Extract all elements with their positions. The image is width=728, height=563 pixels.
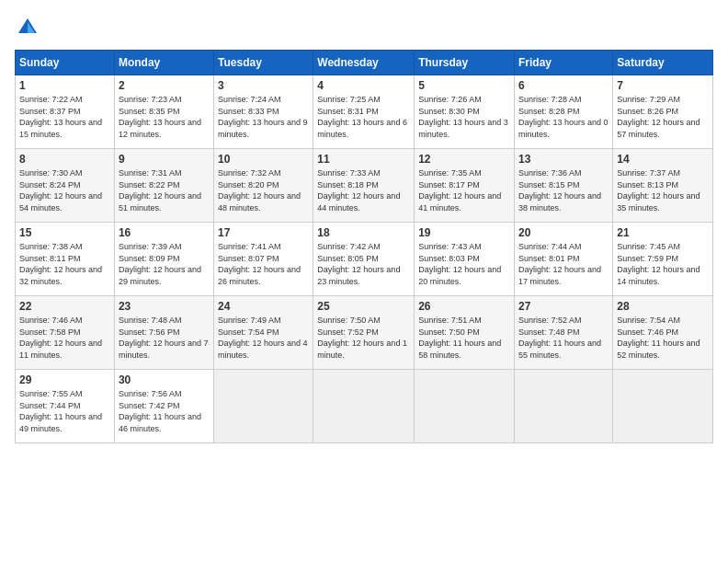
day-number: 12: [418, 153, 510, 166]
calendar-cell: 12Sunrise: 7:35 AM Sunset: 8:17 PM Dayli…: [415, 149, 515, 223]
day-info: Sunrise: 7:45 AM Sunset: 7:59 PM Dayligh…: [617, 241, 709, 287]
day-number: 2: [119, 79, 210, 92]
calendar-week-row: 22Sunrise: 7:46 AM Sunset: 7:58 PM Dayli…: [16, 296, 713, 370]
calendar-week-row: 29Sunrise: 7:55 AM Sunset: 7:44 PM Dayli…: [16, 370, 713, 443]
day-info: Sunrise: 7:36 AM Sunset: 8:15 PM Dayligh…: [518, 167, 609, 213]
calendar-cell: 3Sunrise: 7:24 AM Sunset: 8:33 PM Daylig…: [214, 75, 313, 149]
day-info: Sunrise: 7:38 AM Sunset: 8:11 PM Dayligh…: [19, 241, 110, 287]
day-number: 15: [19, 226, 110, 239]
day-number: 8: [19, 153, 110, 166]
calendar-table: SundayMondayTuesdayWednesdayThursdayFrid…: [15, 50, 713, 443]
calendar-cell: 15Sunrise: 7:38 AM Sunset: 8:11 PM Dayli…: [16, 223, 115, 296]
day-info: Sunrise: 7:32 AM Sunset: 8:20 PM Dayligh…: [218, 167, 309, 213]
day-info: Sunrise: 7:22 AM Sunset: 8:37 PM Dayligh…: [19, 94, 110, 140]
day-number: 6: [518, 79, 609, 92]
logo-icon: [15, 15, 40, 40]
weekday-header-cell: Sunday: [16, 51, 115, 75]
day-number: 11: [317, 153, 410, 166]
weekday-header-cell: Thursday: [415, 51, 515, 75]
day-info: Sunrise: 7:56 AM Sunset: 7:42 PM Dayligh…: [119, 388, 210, 434]
calendar-cell: 19Sunrise: 7:43 AM Sunset: 8:03 PM Dayli…: [415, 223, 515, 296]
day-info: Sunrise: 7:42 AM Sunset: 8:05 PM Dayligh…: [317, 241, 410, 287]
day-info: Sunrise: 7:52 AM Sunset: 7:48 PM Dayligh…: [518, 315, 609, 361]
weekday-header-row: SundayMondayTuesdayWednesdayThursdayFrid…: [16, 51, 713, 75]
calendar-week-row: 8Sunrise: 7:30 AM Sunset: 8:24 PM Daylig…: [16, 149, 713, 223]
day-number: 13: [518, 153, 609, 166]
calendar-cell: 17Sunrise: 7:41 AM Sunset: 8:07 PM Dayli…: [214, 223, 313, 296]
day-info: Sunrise: 7:51 AM Sunset: 7:50 PM Dayligh…: [418, 315, 510, 361]
day-number: 14: [617, 153, 709, 166]
calendar-cell: 22Sunrise: 7:46 AM Sunset: 7:58 PM Dayli…: [16, 296, 115, 370]
calendar-cell: 11Sunrise: 7:33 AM Sunset: 8:18 PM Dayli…: [313, 149, 415, 223]
day-info: Sunrise: 7:46 AM Sunset: 7:58 PM Dayligh…: [19, 315, 110, 361]
calendar-cell: 13Sunrise: 7:36 AM Sunset: 8:15 PM Dayli…: [515, 149, 613, 223]
day-number: 19: [418, 226, 510, 239]
page-header: [15, 15, 713, 40]
day-info: Sunrise: 7:50 AM Sunset: 7:52 PM Dayligh…: [317, 315, 410, 361]
calendar-cell: 30Sunrise: 7:56 AM Sunset: 7:42 PM Dayli…: [114, 370, 213, 443]
day-number: 26: [418, 300, 510, 313]
day-number: 9: [119, 153, 210, 166]
calendar-cell: 25Sunrise: 7:50 AM Sunset: 7:52 PM Dayli…: [313, 296, 415, 370]
logo: [15, 15, 44, 40]
calendar-cell: 7Sunrise: 7:29 AM Sunset: 8:26 PM Daylig…: [613, 75, 713, 149]
day-info: Sunrise: 7:37 AM Sunset: 8:13 PM Dayligh…: [617, 167, 709, 213]
calendar-cell: [214, 370, 313, 443]
day-number: 29: [19, 373, 110, 386]
calendar-week-row: 15Sunrise: 7:38 AM Sunset: 8:11 PM Dayli…: [16, 223, 713, 296]
calendar-cell: 21Sunrise: 7:45 AM Sunset: 7:59 PM Dayli…: [613, 223, 713, 296]
day-info: Sunrise: 7:29 AM Sunset: 8:26 PM Dayligh…: [617, 94, 709, 140]
day-number: 4: [317, 79, 410, 92]
day-info: Sunrise: 7:49 AM Sunset: 7:54 PM Dayligh…: [218, 315, 309, 361]
calendar-cell: [313, 370, 415, 443]
day-info: Sunrise: 7:23 AM Sunset: 8:35 PM Dayligh…: [119, 94, 210, 140]
calendar-cell: 23Sunrise: 7:48 AM Sunset: 7:56 PM Dayli…: [114, 296, 213, 370]
calendar-cell: 14Sunrise: 7:37 AM Sunset: 8:13 PM Dayli…: [613, 149, 713, 223]
day-info: Sunrise: 7:41 AM Sunset: 8:07 PM Dayligh…: [218, 241, 309, 287]
calendar-cell: 2Sunrise: 7:23 AM Sunset: 8:35 PM Daylig…: [114, 75, 213, 149]
calendar-cell: 29Sunrise: 7:55 AM Sunset: 7:44 PM Dayli…: [16, 370, 115, 443]
calendar-cell: 18Sunrise: 7:42 AM Sunset: 8:05 PM Dayli…: [313, 223, 415, 296]
day-number: 3: [218, 79, 309, 92]
day-info: Sunrise: 7:54 AM Sunset: 7:46 PM Dayligh…: [617, 315, 709, 361]
calendar-cell: [415, 370, 515, 443]
day-number: 25: [317, 300, 410, 313]
day-info: Sunrise: 7:26 AM Sunset: 8:30 PM Dayligh…: [418, 94, 510, 140]
weekday-header-cell: Saturday: [613, 51, 713, 75]
day-number: 27: [518, 300, 609, 313]
calendar-cell: 27Sunrise: 7:52 AM Sunset: 7:48 PM Dayli…: [515, 296, 613, 370]
weekday-header-cell: Tuesday: [214, 51, 313, 75]
day-info: Sunrise: 7:55 AM Sunset: 7:44 PM Dayligh…: [19, 388, 110, 434]
calendar-cell: [515, 370, 613, 443]
calendar-cell: 26Sunrise: 7:51 AM Sunset: 7:50 PM Dayli…: [415, 296, 515, 370]
day-info: Sunrise: 7:33 AM Sunset: 8:18 PM Dayligh…: [317, 167, 410, 213]
day-number: 23: [119, 300, 210, 313]
calendar-cell: 5Sunrise: 7:26 AM Sunset: 8:30 PM Daylig…: [415, 75, 515, 149]
day-number: 28: [617, 300, 709, 313]
day-info: Sunrise: 7:24 AM Sunset: 8:33 PM Dayligh…: [218, 94, 309, 140]
day-number: 1: [19, 79, 110, 92]
day-number: 5: [418, 79, 510, 92]
day-info: Sunrise: 7:39 AM Sunset: 8:09 PM Dayligh…: [119, 241, 210, 287]
day-number: 21: [617, 226, 709, 239]
calendar-cell: 9Sunrise: 7:31 AM Sunset: 8:22 PM Daylig…: [114, 149, 213, 223]
day-info: Sunrise: 7:35 AM Sunset: 8:17 PM Dayligh…: [418, 167, 510, 213]
calendar-cell: 6Sunrise: 7:28 AM Sunset: 8:28 PM Daylig…: [515, 75, 613, 149]
calendar-body: 1Sunrise: 7:22 AM Sunset: 8:37 PM Daylig…: [16, 75, 713, 443]
calendar-cell: 28Sunrise: 7:54 AM Sunset: 7:46 PM Dayli…: [613, 296, 713, 370]
day-info: Sunrise: 7:30 AM Sunset: 8:24 PM Dayligh…: [19, 167, 110, 213]
day-number: 30: [119, 373, 210, 386]
day-number: 22: [19, 300, 110, 313]
day-info: Sunrise: 7:43 AM Sunset: 8:03 PM Dayligh…: [418, 241, 510, 287]
day-number: 18: [317, 226, 410, 239]
day-number: 7: [617, 79, 709, 92]
day-number: 24: [218, 300, 309, 313]
day-number: 16: [119, 226, 210, 239]
day-info: Sunrise: 7:44 AM Sunset: 8:01 PM Dayligh…: [518, 241, 609, 287]
day-info: Sunrise: 7:48 AM Sunset: 7:56 PM Dayligh…: [119, 315, 210, 361]
day-number: 20: [518, 226, 609, 239]
calendar-cell: 10Sunrise: 7:32 AM Sunset: 8:20 PM Dayli…: [214, 149, 313, 223]
day-info: Sunrise: 7:31 AM Sunset: 8:22 PM Dayligh…: [119, 167, 210, 213]
day-info: Sunrise: 7:25 AM Sunset: 8:31 PM Dayligh…: [317, 94, 410, 140]
weekday-header-cell: Monday: [114, 51, 213, 75]
